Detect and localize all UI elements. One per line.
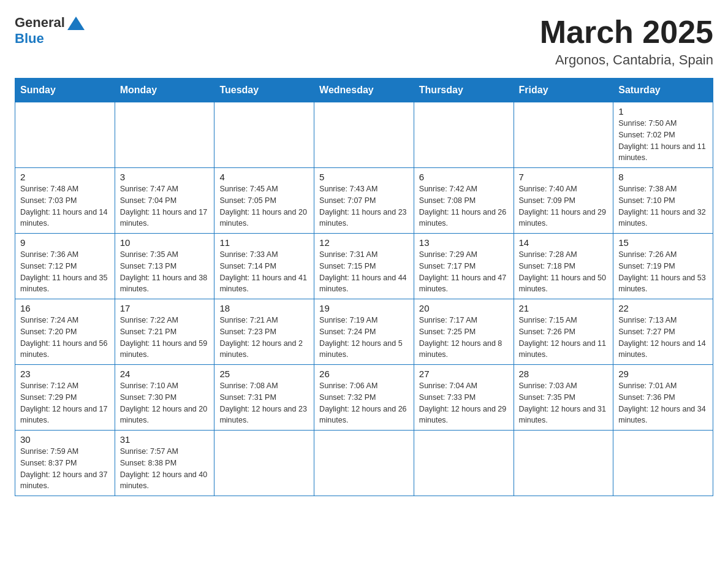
calendar-cell: 1Sunrise: 7:50 AMSunset: 7:02 PMDaylight… bbox=[613, 102, 713, 168]
logo: General Blue bbox=[15, 15, 85, 47]
day-number: 17 bbox=[120, 303, 210, 313]
calendar-cell: 16Sunrise: 7:24 AMSunset: 7:20 PMDayligh… bbox=[15, 299, 115, 365]
calendar-cell: 24Sunrise: 7:10 AMSunset: 7:30 PMDayligh… bbox=[115, 365, 214, 431]
day-number: 11 bbox=[219, 237, 309, 248]
day-info: Sunrise: 7:57 AMSunset: 8:38 PMDaylight:… bbox=[120, 446, 210, 492]
weekday-header-sunday: Sunday bbox=[15, 79, 115, 102]
calendar-cell: 12Sunrise: 7:31 AMSunset: 7:15 PMDayligh… bbox=[314, 234, 414, 299]
calendar-cell: 10Sunrise: 7:35 AMSunset: 7:13 PMDayligh… bbox=[115, 234, 214, 299]
day-number: 5 bbox=[319, 172, 409, 182]
month-title: March 2025 bbox=[540, 15, 713, 50]
day-info: Sunrise: 7:06 AMSunset: 7:32 PMDaylight:… bbox=[319, 380, 409, 426]
calendar-cell: 21Sunrise: 7:15 AMSunset: 7:26 PMDayligh… bbox=[514, 299, 613, 365]
calendar-cell bbox=[115, 102, 214, 168]
day-number: 12 bbox=[319, 237, 409, 248]
calendar-cell bbox=[414, 431, 514, 496]
day-info: Sunrise: 7:45 AMSunset: 7:05 PMDaylight:… bbox=[219, 183, 309, 229]
calendar-table: SundayMondayTuesdayWednesdayThursdayFrid… bbox=[15, 78, 713, 496]
day-info: Sunrise: 7:17 AMSunset: 7:25 PMDaylight:… bbox=[419, 315, 509, 361]
day-number: 29 bbox=[618, 369, 708, 379]
day-info: Sunrise: 7:15 AMSunset: 7:26 PMDaylight:… bbox=[519, 315, 609, 361]
calendar-cell: 4Sunrise: 7:45 AMSunset: 7:05 PMDaylight… bbox=[214, 168, 314, 234]
day-number: 24 bbox=[120, 369, 210, 379]
calendar-cell: 13Sunrise: 7:29 AMSunset: 7:17 PMDayligh… bbox=[414, 234, 514, 299]
day-number: 8 bbox=[618, 172, 708, 182]
calendar-cell: 20Sunrise: 7:17 AMSunset: 7:25 PMDayligh… bbox=[414, 299, 514, 365]
calendar-week-5: 23Sunrise: 7:12 AMSunset: 7:29 PMDayligh… bbox=[15, 365, 713, 431]
day-number: 3 bbox=[120, 172, 210, 182]
day-info: Sunrise: 7:01 AMSunset: 7:36 PMDaylight:… bbox=[618, 380, 708, 426]
title-section: March 2025 Argonos, Cantabria, Spain bbox=[540, 15, 713, 68]
day-number: 13 bbox=[419, 237, 509, 248]
day-info: Sunrise: 7:38 AMSunset: 7:10 PMDaylight:… bbox=[618, 183, 708, 229]
weekday-header-saturday: Saturday bbox=[613, 79, 713, 102]
calendar-cell: 3Sunrise: 7:47 AMSunset: 7:04 PMDaylight… bbox=[115, 168, 214, 234]
day-number: 14 bbox=[519, 237, 609, 248]
day-info: Sunrise: 7:29 AMSunset: 7:17 PMDaylight:… bbox=[419, 249, 509, 295]
calendar-cell bbox=[314, 102, 414, 168]
day-info: Sunrise: 7:31 AMSunset: 7:15 PMDaylight:… bbox=[319, 249, 409, 295]
day-info: Sunrise: 7:26 AMSunset: 7:19 PMDaylight:… bbox=[618, 249, 708, 295]
day-info: Sunrise: 7:33 AMSunset: 7:14 PMDaylight:… bbox=[219, 249, 309, 295]
calendar-cell bbox=[314, 431, 414, 496]
day-number: 27 bbox=[419, 369, 509, 379]
weekday-header-thursday: Thursday bbox=[414, 79, 514, 102]
calendar-cell bbox=[15, 102, 115, 168]
calendar-cell bbox=[414, 102, 514, 168]
day-info: Sunrise: 7:28 AMSunset: 7:18 PMDaylight:… bbox=[519, 249, 609, 295]
day-info: Sunrise: 7:19 AMSunset: 7:24 PMDaylight:… bbox=[319, 315, 409, 361]
calendar-cell: 2Sunrise: 7:48 AMSunset: 7:03 PMDaylight… bbox=[15, 168, 115, 234]
calendar-cell: 30Sunrise: 7:59 AMSunset: 8:37 PMDayligh… bbox=[15, 431, 115, 496]
page-header: General Blue March 2025 Argonos, Cantabr… bbox=[15, 15, 713, 68]
day-info: Sunrise: 7:48 AMSunset: 7:03 PMDaylight:… bbox=[20, 183, 110, 229]
day-number: 20 bbox=[419, 303, 509, 313]
weekday-header-tuesday: Tuesday bbox=[214, 79, 314, 102]
day-number: 28 bbox=[519, 369, 609, 379]
day-number: 15 bbox=[618, 237, 708, 248]
day-number: 18 bbox=[219, 303, 309, 313]
calendar-cell bbox=[613, 431, 713, 496]
day-number: 4 bbox=[219, 172, 309, 182]
day-info: Sunrise: 7:03 AMSunset: 7:35 PMDaylight:… bbox=[519, 380, 609, 426]
day-info: Sunrise: 7:47 AMSunset: 7:04 PMDaylight:… bbox=[120, 183, 210, 229]
day-info: Sunrise: 7:10 AMSunset: 7:30 PMDaylight:… bbox=[120, 380, 210, 426]
calendar-cell: 27Sunrise: 7:04 AMSunset: 7:33 PMDayligh… bbox=[414, 365, 514, 431]
calendar-cell: 14Sunrise: 7:28 AMSunset: 7:18 PMDayligh… bbox=[514, 234, 613, 299]
day-info: Sunrise: 7:43 AMSunset: 7:07 PMDaylight:… bbox=[319, 183, 409, 229]
calendar-cell bbox=[214, 431, 314, 496]
day-number: 9 bbox=[20, 237, 110, 248]
calendar-cell: 11Sunrise: 7:33 AMSunset: 7:14 PMDayligh… bbox=[214, 234, 314, 299]
day-info: Sunrise: 7:24 AMSunset: 7:20 PMDaylight:… bbox=[20, 315, 110, 361]
day-info: Sunrise: 7:50 AMSunset: 7:02 PMDaylight:… bbox=[618, 118, 708, 164]
day-number: 6 bbox=[419, 172, 509, 182]
weekday-header-monday: Monday bbox=[115, 79, 214, 102]
day-info: Sunrise: 7:40 AMSunset: 7:09 PMDaylight:… bbox=[519, 183, 609, 229]
calendar-cell: 29Sunrise: 7:01 AMSunset: 7:36 PMDayligh… bbox=[613, 365, 713, 431]
calendar-cell: 17Sunrise: 7:22 AMSunset: 7:21 PMDayligh… bbox=[115, 299, 214, 365]
calendar-cell: 9Sunrise: 7:36 AMSunset: 7:12 PMDaylight… bbox=[15, 234, 115, 299]
calendar-cell: 23Sunrise: 7:12 AMSunset: 7:29 PMDayligh… bbox=[15, 365, 115, 431]
day-number: 10 bbox=[120, 237, 210, 248]
day-number: 25 bbox=[219, 369, 309, 379]
day-info: Sunrise: 7:21 AMSunset: 7:23 PMDaylight:… bbox=[219, 315, 309, 361]
day-info: Sunrise: 7:42 AMSunset: 7:08 PMDaylight:… bbox=[419, 183, 509, 229]
day-number: 23 bbox=[20, 369, 110, 379]
calendar-cell bbox=[214, 102, 314, 168]
calendar-cell bbox=[514, 431, 613, 496]
calendar-week-2: 2Sunrise: 7:48 AMSunset: 7:03 PMDaylight… bbox=[15, 168, 713, 234]
calendar-week-3: 9Sunrise: 7:36 AMSunset: 7:12 PMDaylight… bbox=[15, 234, 713, 299]
calendar-week-6: 30Sunrise: 7:59 AMSunset: 8:37 PMDayligh… bbox=[15, 431, 713, 496]
day-number: 1 bbox=[618, 106, 708, 117]
day-info: Sunrise: 7:22 AMSunset: 7:21 PMDaylight:… bbox=[120, 315, 210, 361]
logo-general-text: General bbox=[15, 15, 65, 31]
calendar-week-4: 16Sunrise: 7:24 AMSunset: 7:20 PMDayligh… bbox=[15, 299, 713, 365]
calendar-cell bbox=[514, 102, 613, 168]
day-info: Sunrise: 7:04 AMSunset: 7:33 PMDaylight:… bbox=[419, 380, 509, 426]
day-number: 7 bbox=[519, 172, 609, 182]
day-number: 22 bbox=[618, 303, 708, 313]
day-number: 30 bbox=[20, 434, 110, 445]
calendar-cell: 18Sunrise: 7:21 AMSunset: 7:23 PMDayligh… bbox=[214, 299, 314, 365]
calendar-cell: 22Sunrise: 7:13 AMSunset: 7:27 PMDayligh… bbox=[613, 299, 713, 365]
day-number: 21 bbox=[519, 303, 609, 313]
day-number: 19 bbox=[319, 303, 409, 313]
